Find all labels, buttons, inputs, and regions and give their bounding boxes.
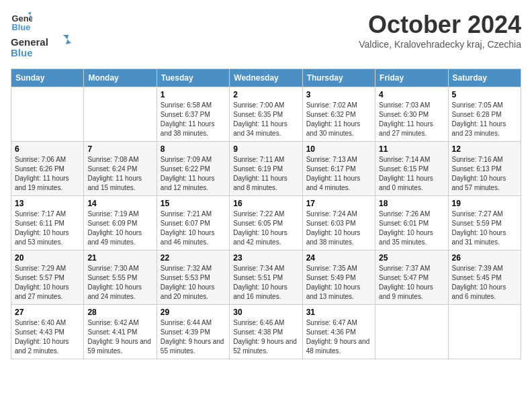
- general-blue-logo-svg: General Blue: [11, 34, 71, 60]
- day-info: Sunrise: 7:29 AM Sunset: 5:57 PM Dayligh…: [15, 264, 80, 302]
- calendar-cell: 26Sunrise: 7:39 AM Sunset: 5:45 PM Dayli…: [448, 250, 521, 305]
- location-subtitle: Valdice, Kralovehradecky kraj, Czechia: [359, 39, 521, 50]
- day-number: 15: [161, 199, 226, 208]
- day-number: 24: [306, 253, 371, 263]
- calendar-cell: 28Sunrise: 6:42 AM Sunset: 4:41 PM Dayli…: [84, 305, 157, 359]
- weekday-header-sunday: Sunday: [11, 69, 84, 87]
- day-info: Sunrise: 7:34 AM Sunset: 5:51 PM Dayligh…: [233, 264, 298, 302]
- day-number: 25: [379, 253, 444, 263]
- day-number: 21: [87, 253, 152, 263]
- day-info: Sunrise: 7:39 AM Sunset: 5:45 PM Dayligh…: [452, 264, 517, 302]
- day-number: 19: [452, 199, 517, 208]
- day-info: Sunrise: 6:44 AM Sunset: 4:39 PM Dayligh…: [161, 318, 226, 356]
- day-info: Sunrise: 6:42 AM Sunset: 4:41 PM Dayligh…: [87, 318, 152, 356]
- day-number: 1: [161, 90, 226, 99]
- calendar-cell: 17Sunrise: 7:24 AM Sunset: 6:03 PM Dayli…: [302, 196, 375, 250]
- day-number: 16: [233, 199, 298, 208]
- day-number: 4: [379, 90, 444, 99]
- day-number: 20: [15, 253, 80, 263]
- calendar-cell: 8Sunrise: 7:09 AM Sunset: 6:22 PM Daylig…: [157, 142, 229, 196]
- day-info: Sunrise: 7:06 AM Sunset: 6:26 PM Dayligh…: [15, 155, 80, 193]
- calendar-week-row: 13Sunrise: 7:17 AM Sunset: 6:11 PM Dayli…: [11, 196, 521, 250]
- day-number: 2: [233, 90, 298, 99]
- calendar-cell: 6Sunrise: 7:06 AM Sunset: 6:26 PM Daylig…: [11, 142, 84, 196]
- calendar-cell: 4Sunrise: 7:03 AM Sunset: 6:30 PM Daylig…: [375, 87, 448, 142]
- calendar-cell: 29Sunrise: 6:44 AM Sunset: 4:39 PM Dayli…: [157, 305, 229, 359]
- day-info: Sunrise: 7:32 AM Sunset: 5:53 PM Dayligh…: [161, 264, 226, 302]
- calendar-cell: 19Sunrise: 7:27 AM Sunset: 5:59 PM Dayli…: [448, 196, 521, 250]
- calendar-cell: 20Sunrise: 7:29 AM Sunset: 5:57 PM Dayli…: [11, 250, 84, 305]
- day-info: Sunrise: 7:03 AM Sunset: 6:30 PM Dayligh…: [379, 101, 444, 138]
- calendar-cell: 13Sunrise: 7:17 AM Sunset: 6:11 PM Dayli…: [11, 196, 84, 250]
- day-info: Sunrise: 7:02 AM Sunset: 6:32 PM Dayligh…: [306, 101, 371, 138]
- calendar-cell: 10Sunrise: 7:13 AM Sunset: 6:17 PM Dayli…: [302, 142, 375, 196]
- weekday-header-thursday: Thursday: [302, 69, 375, 87]
- day-number: 27: [15, 308, 80, 317]
- day-info: Sunrise: 7:24 AM Sunset: 6:03 PM Dayligh…: [306, 210, 371, 247]
- day-info: Sunrise: 7:35 AM Sunset: 5:49 PM Dayligh…: [306, 264, 371, 302]
- weekday-header-wednesday: Wednesday: [230, 69, 302, 87]
- day-number: 14: [87, 199, 152, 208]
- calendar-cell: 9Sunrise: 7:11 AM Sunset: 6:19 PM Daylig…: [230, 142, 302, 196]
- calendar-cell: [84, 87, 157, 142]
- svg-text:Blue: Blue: [12, 22, 31, 32]
- calendar-cell: 23Sunrise: 7:34 AM Sunset: 5:51 PM Dayli…: [230, 250, 302, 305]
- day-info: Sunrise: 7:08 AM Sunset: 6:24 PM Dayligh…: [87, 155, 152, 193]
- day-info: Sunrise: 7:00 AM Sunset: 6:35 PM Dayligh…: [233, 101, 298, 138]
- calendar-cell: 3Sunrise: 7:02 AM Sunset: 6:32 PM Daylig…: [302, 87, 375, 142]
- calendar-cell: 1Sunrise: 6:58 AM Sunset: 6:37 PM Daylig…: [157, 87, 229, 142]
- day-number: 18: [379, 199, 444, 208]
- day-number: 29: [161, 308, 226, 317]
- calendar-cell: 2Sunrise: 7:00 AM Sunset: 6:35 PM Daylig…: [230, 87, 302, 142]
- day-number: 28: [87, 308, 152, 317]
- day-info: Sunrise: 6:46 AM Sunset: 4:38 PM Dayligh…: [233, 318, 298, 356]
- day-number: 10: [306, 144, 371, 154]
- svg-text:General: General: [11, 36, 48, 48]
- day-number: 26: [452, 253, 517, 263]
- day-info: Sunrise: 7:27 AM Sunset: 5:59 PM Dayligh…: [452, 210, 517, 247]
- calendar-week-row: 20Sunrise: 7:29 AM Sunset: 5:57 PM Dayli…: [11, 250, 521, 305]
- calendar-cell: 14Sunrise: 7:19 AM Sunset: 6:09 PM Dayli…: [84, 196, 157, 250]
- day-number: 30: [233, 308, 298, 317]
- calendar-cell: 25Sunrise: 7:37 AM Sunset: 5:47 PM Dayli…: [375, 250, 448, 305]
- day-number: 9: [233, 144, 298, 154]
- day-info: Sunrise: 7:30 AM Sunset: 5:55 PM Dayligh…: [87, 264, 152, 302]
- day-number: 6: [15, 144, 80, 154]
- calendar-week-row: 27Sunrise: 6:40 AM Sunset: 4:43 PM Dayli…: [11, 305, 521, 359]
- day-number: 11: [379, 144, 444, 154]
- weekday-header-row: SundayMondayTuesdayWednesdayThursdayFrid…: [11, 69, 521, 87]
- day-info: Sunrise: 7:19 AM Sunset: 6:09 PM Dayligh…: [87, 210, 152, 247]
- day-info: Sunrise: 7:11 AM Sunset: 6:19 PM Dayligh…: [233, 155, 298, 193]
- calendar-table: SundayMondayTuesdayWednesdayThursdayFrid…: [11, 68, 521, 359]
- calendar-cell: 15Sunrise: 7:21 AM Sunset: 6:07 PM Dayli…: [157, 196, 229, 250]
- day-number: 12: [452, 144, 517, 154]
- calendar-week-row: 6Sunrise: 7:06 AM Sunset: 6:26 PM Daylig…: [11, 142, 521, 196]
- month-title: October 2024: [359, 11, 521, 39]
- calendar-cell: [375, 305, 448, 359]
- day-info: Sunrise: 7:16 AM Sunset: 6:13 PM Dayligh…: [452, 155, 517, 193]
- calendar-cell: 21Sunrise: 7:30 AM Sunset: 5:55 PM Dayli…: [84, 250, 157, 305]
- calendar-cell: 7Sunrise: 7:08 AM Sunset: 6:24 PM Daylig…: [84, 142, 157, 196]
- logo: General Blue General Blue: [11, 11, 71, 63]
- calendar-week-row: 1Sunrise: 6:58 AM Sunset: 6:37 PM Daylig…: [11, 87, 521, 142]
- day-info: Sunrise: 7:14 AM Sunset: 6:15 PM Dayligh…: [379, 155, 444, 193]
- page-header: General Blue General Blue October 2024 V…: [11, 11, 521, 63]
- day-info: Sunrise: 7:17 AM Sunset: 6:11 PM Dayligh…: [15, 210, 80, 247]
- day-number: 13: [15, 199, 80, 208]
- calendar-cell: 5Sunrise: 7:05 AM Sunset: 6:28 PM Daylig…: [448, 87, 521, 142]
- calendar-cell: 31Sunrise: 6:47 AM Sunset: 4:36 PM Dayli…: [302, 305, 375, 359]
- calendar-cell: 12Sunrise: 7:16 AM Sunset: 6:13 PM Dayli…: [448, 142, 521, 196]
- calendar-cell: 30Sunrise: 6:46 AM Sunset: 4:38 PM Dayli…: [230, 305, 302, 359]
- day-info: Sunrise: 7:13 AM Sunset: 6:17 PM Dayligh…: [306, 155, 371, 193]
- day-info: Sunrise: 7:22 AM Sunset: 6:05 PM Dayligh…: [233, 210, 298, 247]
- day-number: 5: [452, 90, 517, 99]
- weekday-header-monday: Monday: [84, 69, 157, 87]
- weekday-header-friday: Friday: [375, 69, 448, 87]
- calendar-cell: 18Sunrise: 7:26 AM Sunset: 6:01 PM Dayli…: [375, 196, 448, 250]
- weekday-header-tuesday: Tuesday: [157, 69, 229, 87]
- logo-icon: General Blue: [11, 11, 32, 32]
- day-number: 8: [161, 144, 226, 154]
- calendar-cell: [448, 305, 521, 359]
- day-number: 17: [306, 199, 371, 208]
- day-info: Sunrise: 6:58 AM Sunset: 6:37 PM Dayligh…: [161, 101, 226, 138]
